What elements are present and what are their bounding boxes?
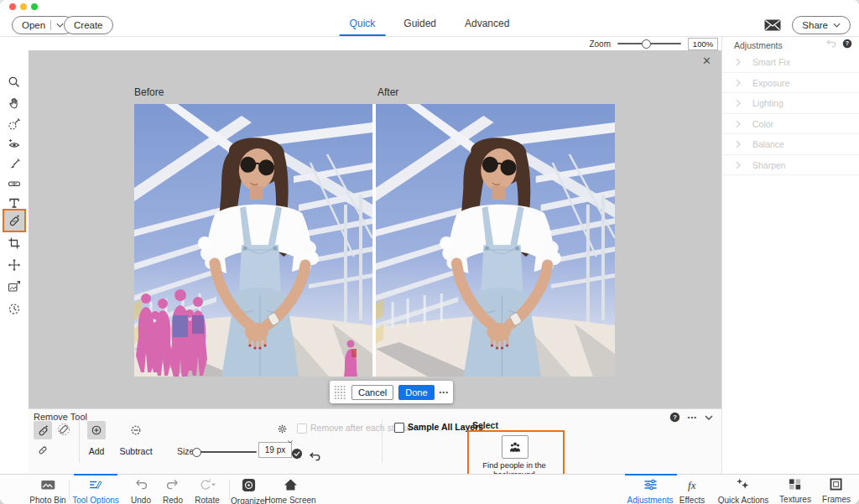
taskbar-organizer[interactable]: Organizer xyxy=(231,478,268,504)
create-button[interactable]: Create xyxy=(64,16,113,34)
find-people-button[interactable] xyxy=(502,435,528,459)
reset-button[interactable] xyxy=(309,449,321,465)
move-tool[interactable] xyxy=(8,258,21,272)
red-eye-removal-tool[interactable] xyxy=(8,138,21,151)
tab-quick[interactable]: Quick xyxy=(340,13,386,36)
taskbar-effects[interactable]: fx Effects xyxy=(679,478,705,504)
zoom-slider[interactable] xyxy=(617,43,681,44)
add-mode-button[interactable] xyxy=(87,421,106,439)
adjustment-smart-fix[interactable]: Smart Fix xyxy=(722,52,859,73)
zoom-bar: Zoom xyxy=(29,37,721,50)
type-icon xyxy=(8,196,21,210)
quick-selection-tool[interactable] xyxy=(8,117,21,131)
chevron-right-icon xyxy=(736,140,741,148)
close-panel-button[interactable]: ✕ xyxy=(702,55,711,68)
tab-advanced[interactable]: Advanced xyxy=(455,13,519,36)
zoom-tool[interactable] xyxy=(8,75,21,89)
size-slider-handle[interactable] xyxy=(192,448,201,457)
size-slider[interactable] xyxy=(193,451,257,453)
taskbar-rotate[interactable]: Rotate xyxy=(195,478,219,504)
zoom-value-input[interactable] xyxy=(688,38,718,50)
mail-icon[interactable] xyxy=(764,19,781,31)
taskbar-frames[interactable]: Frames xyxy=(822,478,851,504)
divider xyxy=(229,480,230,500)
remove-after-each-stroke-checkbox[interactable] xyxy=(297,423,307,434)
open-label: Open xyxy=(22,20,45,30)
moving-elements-tool[interactable] xyxy=(8,302,21,315)
tab-guided[interactable]: Guided xyxy=(393,13,446,36)
healing-brush-variant[interactable] xyxy=(37,444,49,460)
tool-options-icon xyxy=(88,478,103,491)
help-icon[interactable]: ? xyxy=(842,39,852,49)
before-image[interactable] xyxy=(134,104,372,377)
crop-tool[interactable] xyxy=(8,236,21,250)
divider xyxy=(382,419,383,463)
panel-more-button[interactable]: ••• xyxy=(688,413,697,421)
hand-tool[interactable] xyxy=(8,96,21,110)
content-aware-move-tool[interactable] xyxy=(8,280,21,294)
frames-icon xyxy=(830,478,844,491)
chevron-down-icon xyxy=(833,23,841,28)
titlebar xyxy=(0,0,859,13)
adjustment-color[interactable]: Color xyxy=(722,114,859,135)
size-value-input[interactable] xyxy=(258,442,292,458)
type-tool[interactable] xyxy=(8,196,21,210)
tool-options-panel: Remove Tool Add Subtract Size: Remove af… xyxy=(29,408,721,474)
quick-selection-icon xyxy=(8,117,21,131)
move-icon xyxy=(8,258,21,272)
before-label: Before xyxy=(134,86,164,98)
done-button[interactable]: Done xyxy=(398,385,434,400)
spot-healing-variant[interactable] xyxy=(57,423,70,439)
help-icon[interactable]: ? xyxy=(669,412,680,423)
taskbar-photo-bin[interactable]: Photo Bin xyxy=(29,478,65,504)
drag-handle[interactable] xyxy=(334,385,346,400)
gear-icon xyxy=(277,423,288,434)
close-window-button[interactable] xyxy=(9,3,16,10)
share-button[interactable]: Share xyxy=(792,16,851,34)
svg-text:fx: fx xyxy=(688,479,696,491)
divider xyxy=(79,419,80,463)
collapse-chevron-icon[interactable] xyxy=(705,415,713,420)
taskbar-textures[interactable]: Textures xyxy=(779,478,811,504)
taskbar-adjustments[interactable]: Adjustments xyxy=(627,478,673,504)
straighten-tool[interactable] xyxy=(8,177,21,190)
zoom-slider-handle[interactable] xyxy=(642,39,651,49)
panel-reset-icon[interactable] xyxy=(825,39,837,48)
sample-all-layers-checkbox[interactable] xyxy=(394,423,404,433)
taskbar-redo[interactable]: Redo xyxy=(163,478,183,504)
cancel-button[interactable]: Cancel xyxy=(351,385,393,400)
adjustment-lighting[interactable]: Lighting xyxy=(722,93,859,114)
remove-tool-variant-selected[interactable] xyxy=(34,421,52,439)
taskbar-quick-actions[interactable]: Quick Actions xyxy=(718,478,769,504)
circle-minus-icon xyxy=(130,424,142,436)
undo-icon xyxy=(133,478,148,491)
taskbar-undo[interactable]: Undo xyxy=(131,478,151,504)
app-window: Open Create Quick Guided Advanced Share xyxy=(0,0,859,504)
subtract-mode-button[interactable] xyxy=(130,424,142,439)
adjustment-exposure[interactable]: Exposure xyxy=(722,73,859,94)
taskbar-home-screen[interactable]: Home Screen xyxy=(264,478,315,504)
more-options-button[interactable]: ••• xyxy=(440,388,449,396)
taskbar-tool-options[interactable]: Tool Options xyxy=(72,478,119,504)
gear-caret-icon xyxy=(288,432,293,447)
after-image[interactable] xyxy=(376,104,615,377)
eye-icon xyxy=(8,138,21,151)
spot-healing-icon xyxy=(57,423,70,436)
remove-tool[interactable] xyxy=(3,209,26,232)
adjustment-balance[interactable]: Balance xyxy=(722,134,859,155)
picture-move-icon xyxy=(8,280,21,294)
commit-button[interactable] xyxy=(291,448,303,463)
adjustment-sharpen[interactable]: Sharpen xyxy=(722,155,859,176)
brush-settings-button[interactable] xyxy=(277,423,288,438)
after-label: After xyxy=(377,86,398,98)
brush-icon xyxy=(8,158,21,171)
adjustments-panel: Adjustments ? Smart Fix Exposure Lightin… xyxy=(721,37,859,474)
minimize-window-button[interactable] xyxy=(20,3,27,10)
svg-text:?: ? xyxy=(846,40,849,47)
chevron-right-icon xyxy=(736,161,741,169)
zoom-window-button[interactable] xyxy=(31,3,38,10)
whiten-teeth-tool[interactable] xyxy=(8,158,21,171)
timer-icon xyxy=(8,302,21,315)
commit-action-bar: Cancel Done ••• xyxy=(330,381,453,403)
adjustments-icon xyxy=(643,478,658,491)
